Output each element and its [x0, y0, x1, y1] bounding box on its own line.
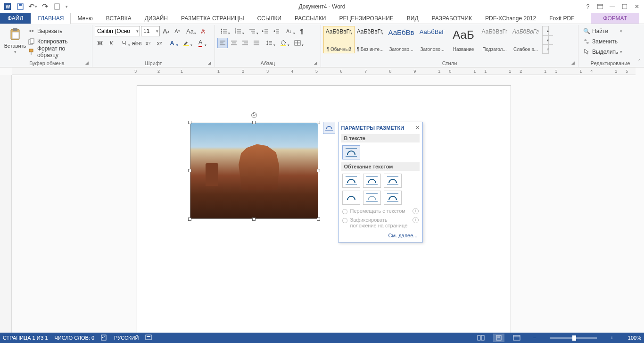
superscript-icon[interactable]: x2 — [154, 38, 165, 48]
style-normal[interactable]: АаБбВвГг,¶ Обычный — [323, 26, 355, 53]
document-page[interactable]: ПАРАМЕТРЫ РАЗМЕТКИ✕ В тексте Обтекание т… — [137, 85, 511, 333]
tab-menu[interactable]: Меню — [71, 13, 99, 24]
decrease-indent-icon[interactable] — [260, 26, 270, 36]
zoom-in-icon[interactable]: + — [606, 334, 618, 342]
underline-icon[interactable]: Ч — [117, 38, 131, 48]
styles-more-icon[interactable]: ▿ — [543, 44, 553, 53]
tab-developer[interactable]: РАЗРАБОТЧИК — [425, 13, 479, 24]
undo-icon[interactable]: ↶▾ — [26, 1, 39, 12]
status-proofing-icon[interactable] — [101, 334, 107, 342]
borders-icon[interactable] — [291, 38, 304, 48]
qat-customize-icon[interactable]: ▾ — [63, 1, 70, 12]
view-read-icon[interactable] — [475, 334, 487, 342]
align-center-icon[interactable] — [229, 38, 239, 48]
rotate-handle-icon[interactable] — [251, 112, 257, 118]
text-effects-icon[interactable]: A — [165, 38, 179, 48]
highlight-icon[interactable] — [180, 38, 193, 48]
help-icon[interactable]: ? — [582, 1, 594, 12]
zoom-out-icon[interactable]: − — [529, 334, 540, 342]
change-case-icon[interactable]: Aa — [183, 26, 197, 36]
font-name-combo[interactable]: Calibri (Осно — [95, 26, 140, 36]
resize-handle-br[interactable] — [317, 218, 320, 221]
info-icon[interactable]: i — [413, 208, 419, 214]
find-button[interactable]: 🔍Найти▾ — [581, 26, 624, 36]
resize-handle-tl[interactable] — [188, 121, 191, 124]
shading-icon[interactable] — [277, 38, 290, 48]
resize-handle-l[interactable] — [188, 169, 191, 172]
horizontal-ruler[interactable]: 3 2 1 1 2 3 4 5 6 7 8 9 10 11 12 13 14 1… — [12, 67, 636, 75]
multilevel-list-icon[interactable] — [246, 26, 259, 36]
resize-handle-r[interactable] — [317, 169, 320, 172]
tab-foxit[interactable]: Foxit PDF — [543, 13, 581, 24]
replace-button[interactable]: Заменить — [581, 36, 624, 46]
wrap-front-option[interactable] — [384, 191, 402, 205]
view-web-icon[interactable] — [511, 334, 522, 342]
wrap-inline-option[interactable] — [342, 145, 360, 159]
line-spacing-icon[interactable] — [263, 38, 276, 48]
tab-pdfxchange[interactable]: PDF-XChange 2012 — [479, 13, 543, 24]
status-macro-icon[interactable] — [145, 335, 152, 341]
styles-launcher-icon[interactable]: ◢ — [570, 60, 576, 66]
shrink-font-icon[interactable]: A▾ — [172, 26, 182, 36]
sort-icon[interactable]: A↓ — [282, 26, 296, 36]
redo-icon[interactable]: ↷ — [39, 1, 51, 12]
wrap-topbottom-option[interactable] — [342, 191, 360, 205]
font-color-icon[interactable]: A — [194, 38, 207, 48]
zoom-slider[interactable] — [550, 337, 597, 339]
resize-handle-bl[interactable] — [188, 218, 191, 221]
status-language[interactable]: РУССКИЙ — [114, 335, 139, 341]
styles-scroll-up-icon[interactable]: ▴ — [543, 26, 553, 35]
minimize-icon[interactable]: — — [606, 1, 619, 12]
grow-font-icon[interactable]: A▴ — [161, 26, 171, 36]
tab-design[interactable]: ДИЗАЙН — [138, 13, 174, 24]
info-icon[interactable]: i — [413, 217, 419, 223]
tab-layout[interactable]: РАЗМЕТКА СТРАНИЦЫ — [174, 13, 251, 24]
tab-insert[interactable]: ВСТАВКА — [99, 13, 138, 24]
style-heading1[interactable]: АаБбВвЗаголово... — [386, 26, 417, 53]
tab-view[interactable]: ВИД — [400, 13, 425, 24]
style-subtitle[interactable]: АаБбВвГгПодзагол... — [479, 26, 510, 53]
align-left-icon[interactable] — [217, 38, 228, 48]
resize-handle-b[interactable] — [252, 218, 256, 221]
maximize-icon[interactable] — [619, 1, 631, 12]
see-more-link[interactable]: См. далее... — [339, 230, 422, 242]
clipboard-launcher-icon[interactable]: ◢ — [84, 60, 90, 66]
view-print-icon[interactable] — [493, 334, 504, 342]
style-subtle-emphasis[interactable]: АаБбВвГгСлабое в... — [510, 26, 541, 53]
tab-mailings[interactable]: РАССЫЛКИ — [288, 13, 332, 24]
new-doc-icon[interactable] — [51, 1, 63, 12]
wrap-tight-option[interactable] — [363, 174, 381, 188]
increase-indent-icon[interactable] — [271, 26, 281, 36]
status-words[interactable]: ЧИСЛО СЛОВ: 0 — [55, 335, 95, 341]
bold-icon[interactable]: Ж — [95, 38, 105, 48]
wrap-behind-option[interactable] — [363, 191, 381, 205]
layout-popup-close-icon[interactable]: ✕ — [415, 125, 420, 131]
subscript-icon[interactable]: x2 — [143, 38, 153, 48]
wrap-through-option[interactable] — [384, 174, 402, 188]
resize-handle-tr[interactable] — [317, 121, 320, 124]
bullets-icon[interactable] — [217, 26, 231, 36]
style-title[interactable]: АаБНазвание — [448, 26, 479, 53]
justify-icon[interactable] — [251, 38, 262, 48]
save-icon[interactable] — [14, 1, 26, 12]
tab-review[interactable]: РЕЦЕНЗИРОВАНИЕ — [332, 13, 400, 24]
wrap-square-option[interactable] — [342, 174, 360, 188]
zoom-level[interactable]: 100% — [624, 335, 641, 341]
select-button[interactable]: Выделить▾ — [581, 47, 624, 57]
ribbon-display-icon[interactable] — [594, 1, 606, 12]
tab-home[interactable]: ГЛАВНАЯ — [31, 13, 71, 24]
strikethrough-icon[interactable]: abc — [132, 38, 142, 48]
tab-file[interactable]: ФАЙЛ — [0, 13, 31, 24]
tab-references[interactable]: ССЫЛКИ — [251, 13, 288, 24]
paste-button[interactable]: Вставить ▾ — [4, 26, 26, 55]
status-page[interactable]: СТРАНИЦА 1 ИЗ 1 — [3, 335, 48, 341]
format-painter-button[interactable]: Формат по образцу — [26, 47, 90, 57]
tab-format[interactable]: ФОРМАТ — [591, 13, 639, 24]
italic-icon[interactable]: К — [106, 38, 116, 48]
selected-image[interactable] — [190, 123, 318, 219]
numbering-icon[interactable]: 123 — [231, 26, 245, 36]
resize-handle-t[interactable] — [252, 121, 256, 124]
style-no-spacing[interactable]: АаБбВвГг,¶ Без инте... — [355, 26, 386, 53]
font-launcher-icon[interactable]: ◢ — [206, 60, 212, 66]
styles-scroll-down-icon[interactable]: ▾ — [543, 35, 553, 44]
